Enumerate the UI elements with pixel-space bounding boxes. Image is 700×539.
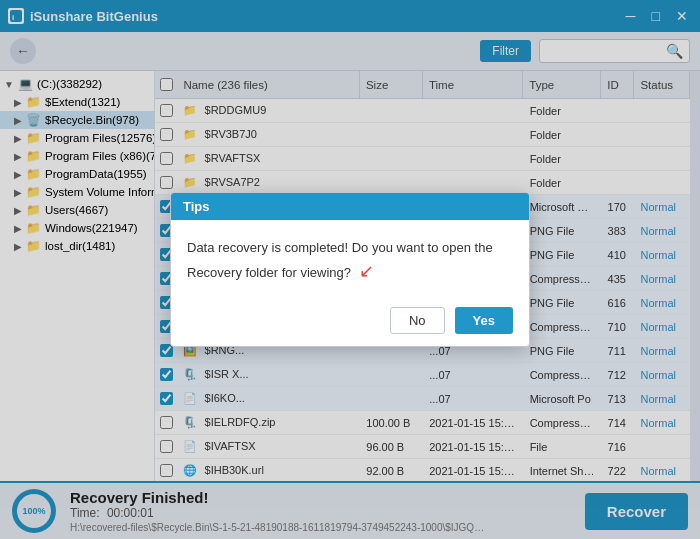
dialog-body: Data recovery is completed! Do you want … [171, 220, 529, 299]
dialog-no-button[interactable]: No [390, 307, 445, 334]
dialog-arrow-icon: ↙ [359, 258, 374, 285]
dialog-yes-button[interactable]: Yes [455, 307, 513, 334]
dialog-message: Data recovery is completed! Do you want … [187, 240, 493, 280]
dialog-buttons: No Yes [171, 299, 529, 346]
dialog-header: Tips [171, 193, 529, 220]
dialog-box: Tips Data recovery is completed! Do you … [170, 192, 530, 347]
dialog-overlay: Tips Data recovery is completed! Do you … [0, 0, 700, 539]
